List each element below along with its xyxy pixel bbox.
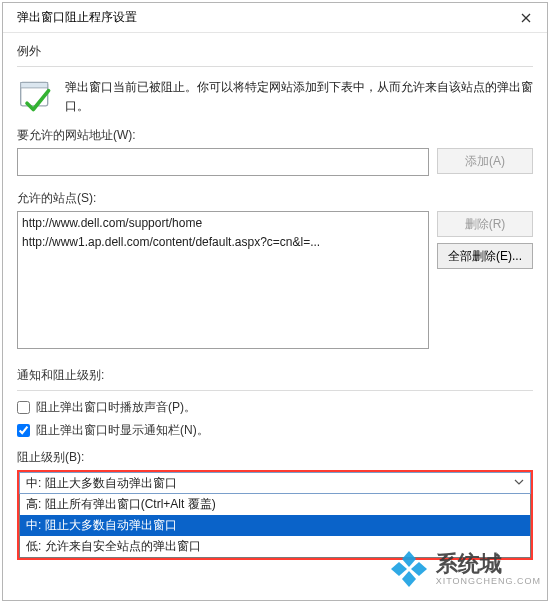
svg-marker-7 — [391, 562, 407, 576]
info-text: 弹出窗口当前已被阻止。你可以将特定网站添加到下表中，从而允许来自该站点的弹出窗口… — [65, 77, 533, 115]
option-high[interactable]: 高: 阻止所有弹出窗口(Ctrl+Alt 覆盖) — [20, 494, 530, 515]
checkbox-row-sound[interactable]: 阻止弹出窗口时播放声音(P)。 — [17, 399, 533, 416]
sound-checkbox[interactable] — [17, 401, 30, 414]
svg-marker-6 — [402, 571, 416, 587]
chevron-down-icon — [514, 476, 524, 490]
blocking-level-selected: 中: 阻止大多数自动弹出窗口 — [26, 475, 177, 492]
list-item[interactable]: http://www.dell.com/support/home — [22, 214, 424, 233]
option-low[interactable]: 低: 允许来自安全站点的弹出窗口 — [20, 536, 530, 557]
blocking-level-options: 高: 阻止所有弹出窗口(Ctrl+Alt 覆盖) 中: 阻止大多数自动弹出窗口 … — [19, 494, 531, 557]
blocking-level-combobox[interactable]: 中: 阻止大多数自动弹出窗口 — [19, 472, 531, 494]
allowed-sites-listbox[interactable]: http://www.dell.com/support/home http://… — [17, 211, 429, 349]
option-medium[interactable]: 中: 阻止大多数自动弹出窗口 — [20, 515, 530, 536]
watermark-url: XITONGCHENG.COM — [436, 577, 541, 586]
remove-button[interactable]: 删除(R) — [437, 211, 533, 237]
titlebar: 弹出窗口阻止程序设置 — [3, 3, 547, 33]
svg-rect-4 — [21, 83, 48, 88]
window-title: 弹出窗口阻止程序设置 — [17, 9, 137, 26]
blocking-level-dropdown-highlight: 中: 阻止大多数自动弹出窗口 高: 阻止所有弹出窗口(Ctrl+Alt 覆盖) … — [17, 470, 533, 559]
add-button[interactable]: 添加(A) — [437, 148, 533, 174]
sound-checkbox-label: 阻止弹出窗口时播放声音(P)。 — [36, 399, 196, 416]
blocking-level-label: 阻止级别(B): — [17, 449, 533, 466]
infobar-checkbox[interactable] — [17, 424, 30, 437]
checkbox-row-infobar[interactable]: 阻止弹出窗口时显示通知栏(N)。 — [17, 422, 533, 439]
info-icon — [17, 77, 55, 115]
close-button[interactable] — [505, 4, 547, 32]
exceptions-heading: 例外 — [17, 43, 533, 60]
allowed-sites-label: 允许的站点(S): — [17, 190, 533, 207]
notifications-heading: 通知和阻止级别: — [17, 367, 533, 384]
url-label: 要允许的网站地址(W): — [17, 127, 533, 144]
url-input[interactable] — [17, 148, 429, 176]
list-item[interactable]: http://www1.ap.dell.com/content/default.… — [22, 233, 424, 252]
infobar-checkbox-label: 阻止弹出窗口时显示通知栏(N)。 — [36, 422, 209, 439]
remove-all-button[interactable]: 全部删除(E)... — [437, 243, 533, 269]
svg-marker-8 — [411, 562, 427, 576]
